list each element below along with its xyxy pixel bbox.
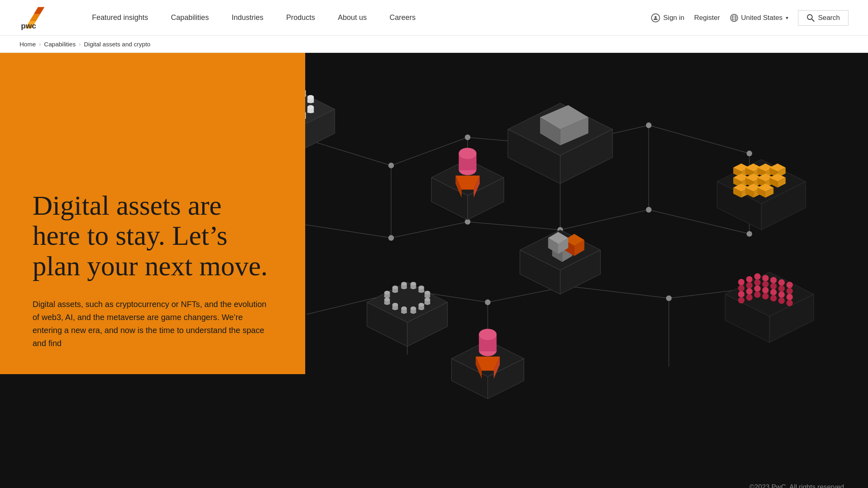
nav-featured-insights[interactable]: Featured insights: [81, 13, 160, 22]
breadcrumb-home[interactable]: Home: [20, 41, 36, 48]
person-icon: [651, 13, 660, 22]
breadcrumb-capabilities[interactable]: Capabilities: [44, 41, 76, 48]
svg-point-41: [465, 135, 470, 140]
svg-point-199: [411, 282, 416, 285]
svg-point-260: [762, 293, 769, 299]
svg-point-44: [747, 150, 752, 156]
svg-point-46: [388, 235, 394, 241]
svg-point-79: [307, 105, 314, 109]
svg-point-238: [754, 273, 761, 280]
hero-description: Digital assets, such as cryptocurrency o…: [33, 298, 273, 350]
svg-point-211: [418, 303, 424, 307]
svg-point-76: [307, 95, 314, 99]
header-right: Sign in Register United States ▾ Search: [651, 10, 848, 26]
svg-point-217: [401, 307, 407, 310]
svg-point-196: [401, 282, 407, 285]
search-button[interactable]: Search: [798, 10, 848, 26]
svg-marker-1: [30, 14, 40, 21]
svg-point-202: [418, 285, 424, 289]
nav-careers[interactable]: Careers: [378, 13, 427, 22]
svg-text:pwc: pwc: [21, 21, 37, 30]
svg-point-254: [770, 289, 777, 296]
nav-about-us[interactable]: About us: [326, 13, 378, 22]
sign-in-button[interactable]: Sign in: [651, 13, 684, 22]
svg-point-259: [754, 292, 761, 298]
svg-point-261: [770, 295, 777, 301]
svg-point-252: [754, 285, 761, 292]
logo[interactable]: pwc: [20, 6, 48, 30]
svg-point-208: [424, 298, 430, 301]
breadcrumb-sep-2: ›: [79, 41, 81, 47]
sign-in-label: Sign in: [663, 14, 684, 22]
register-button[interactable]: Register: [694, 14, 720, 22]
search-label: Search: [818, 14, 840, 22]
svg-point-256: [786, 294, 793, 300]
svg-point-43: [646, 122, 652, 128]
svg-point-229: [479, 329, 497, 340]
nav-industries[interactable]: Industries: [220, 13, 275, 22]
svg-point-257: [738, 297, 745, 303]
svg-point-205: [424, 291, 430, 294]
svg-point-248: [778, 285, 785, 292]
svg-point-223: [384, 298, 390, 301]
svg-point-262: [778, 297, 785, 304]
svg-point-236: [738, 279, 745, 285]
breadcrumb: Home › Capabilities › Digital assets and…: [0, 36, 868, 53]
main-header: pwc Featured insights Capabilities Indus…: [0, 0, 868, 36]
svg-point-258: [746, 294, 753, 301]
svg-point-247: [770, 283, 777, 290]
breadcrumb-sep-1: ›: [39, 41, 41, 47]
svg-point-246: [762, 281, 769, 288]
svg-line-11: [812, 19, 814, 22]
hero-content-panel: Digital assets are here to stay. Let’s p…: [0, 53, 305, 374]
svg-point-4: [654, 16, 656, 18]
country-selector[interactable]: United States ▾: [730, 13, 788, 22]
svg-point-242: [786, 282, 793, 288]
svg-point-253: [762, 287, 769, 294]
svg-point-237: [746, 276, 753, 283]
nav-capabilities[interactable]: Capabilities: [160, 13, 220, 22]
svg-point-263: [786, 300, 793, 306]
svg-point-251: [746, 288, 753, 295]
svg-point-54: [666, 295, 672, 301]
nav-products[interactable]: Products: [275, 13, 326, 22]
svg-point-244: [746, 282, 753, 289]
footer-copyright: ©2023 PwC. All rights reserved.: [749, 483, 846, 488]
svg-point-49: [646, 207, 652, 213]
svg-point-193: [392, 285, 398, 289]
svg-point-241: [778, 279, 785, 286]
svg-point-240: [770, 277, 777, 283]
svg-point-133: [459, 148, 477, 159]
hero-title: Digital assets are here to stay. Let’s p…: [33, 190, 273, 281]
breadcrumb-current: Digital assets and crypto: [84, 41, 150, 48]
chevron-down-icon: ▾: [786, 15, 788, 21]
svg-point-239: [762, 275, 769, 281]
country-label: United States: [741, 14, 783, 22]
svg-point-220: [392, 303, 398, 307]
svg-point-214: [411, 307, 416, 310]
svg-point-190: [384, 291, 390, 294]
svg-point-249: [786, 288, 793, 294]
svg-point-10: [807, 15, 812, 20]
svg-point-250: [738, 291, 745, 298]
globe-icon: [730, 13, 739, 22]
svg-marker-0: [34, 7, 44, 14]
hero-section: ©2023 PwC. All rights reserved. Digital …: [0, 53, 868, 488]
svg-point-255: [778, 292, 785, 298]
svg-point-50: [747, 231, 752, 237]
search-icon: [807, 14, 815, 22]
svg-point-52: [485, 299, 491, 305]
register-label: Register: [694, 14, 720, 22]
svg-point-243: [738, 285, 745, 292]
main-nav: Featured insights Capabilities Industrie…: [81, 13, 651, 22]
svg-point-40: [388, 163, 394, 168]
svg-point-245: [754, 279, 761, 286]
